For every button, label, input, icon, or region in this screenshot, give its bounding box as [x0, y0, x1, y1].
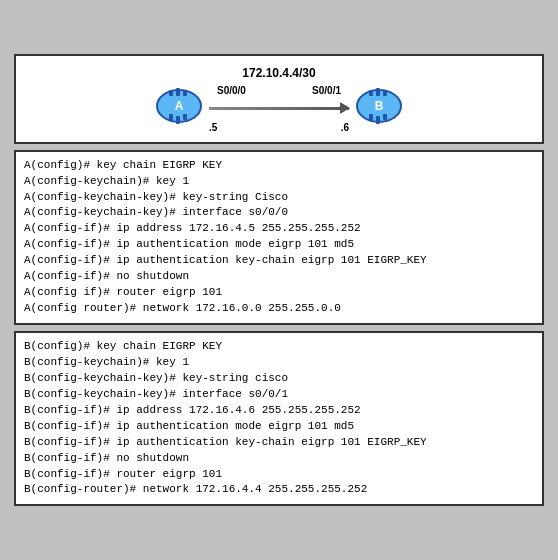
terminal-a-line: A(config-keychain)# key 1 — [24, 174, 534, 190]
terminal-a-line: A(config-if)# ip authentication mode eig… — [24, 237, 534, 253]
link-labels: S0/0/0 S0/0/1 — [209, 85, 349, 96]
diagram-box: 172.10.4.4/30 A — [14, 54, 544, 144]
link-line — [209, 107, 349, 110]
router-a-icon: A — [149, 84, 209, 134]
svg-rect-2 — [176, 88, 180, 96]
terminal-a-line: A(config-if)# no shutdown — [24, 269, 534, 285]
terminal-b-line: B(config-if)# no shutdown — [24, 451, 534, 467]
svg-rect-3 — [183, 90, 187, 96]
terminal-b-line: B(config-if)# ip address 172.16.4.6 255.… — [24, 403, 534, 419]
terminal-b-line: B(config)# key chain EIGRP KEY — [24, 339, 534, 355]
svg-rect-6 — [183, 114, 187, 120]
ip-sub-labels: .5 .6 — [209, 122, 349, 133]
terminal-a-line: A(config-keychain-key)# interface s0/0/0 — [24, 205, 534, 221]
svg-rect-4 — [169, 114, 173, 120]
ip-left-label: .5 — [209, 122, 217, 133]
terminal-b-line: B(config-keychain)# key 1 — [24, 355, 534, 371]
terminal-a-line: A(config-if)# ip address 172.16.4.5 255.… — [24, 221, 534, 237]
svg-rect-5 — [176, 116, 180, 124]
svg-rect-11 — [383, 90, 387, 96]
interface-left-label: S0/0/0 — [217, 85, 246, 96]
svg-rect-1 — [169, 90, 173, 96]
link-area: S0/0/0 S0/0/1 .5 .6 — [209, 85, 349, 133]
terminal-a-line: A(config router)# network 172.16.0.0 255… — [24, 301, 534, 317]
svg-text:B: B — [375, 99, 384, 113]
terminal-b-line: B(config-keychain-key)# key-string cisco — [24, 371, 534, 387]
terminal-a-line: A(config if)# router eigrp 101 — [24, 285, 534, 301]
terminal-a-box: A(config)# key chain EIGRP KEYA(config-k… — [14, 150, 544, 325]
router-b-svg: B — [350, 84, 408, 130]
terminal-b-line: B(config-if)# router eigrp 101 — [24, 467, 534, 483]
ip-right-label: .6 — [341, 122, 349, 133]
terminal-a-line: A(config-keychain-key)# key-string Cisco — [24, 190, 534, 206]
svg-rect-12 — [369, 114, 373, 120]
ip-range-label: 172.10.4.4/30 — [242, 66, 315, 80]
svg-text:A: A — [175, 99, 184, 113]
router-a-svg: A — [150, 84, 208, 130]
link-line-area — [209, 98, 349, 120]
main-container: 172.10.4.4/30 A — [14, 54, 544, 507]
terminal-a-line: A(config-if)# ip authentication key-chai… — [24, 253, 534, 269]
router-row: A S0/0/0 S0/0/1 .5 .6 — [149, 84, 409, 134]
terminal-b-line: B(config-keychain-key)# interface s0/0/1 — [24, 387, 534, 403]
interface-right-label: S0/0/1 — [312, 85, 341, 96]
terminal-b-line: B(config-if)# ip authentication mode eig… — [24, 419, 534, 435]
svg-rect-13 — [376, 116, 380, 124]
svg-rect-9 — [369, 90, 373, 96]
terminal-b-line: B(config-if)# ip authentication key-chai… — [24, 435, 534, 451]
terminal-b-box: B(config)# key chain EIGRP KEYB(config-k… — [14, 331, 544, 506]
router-b-icon: B — [349, 84, 409, 134]
terminal-b-line: B(config-router)# network 172.16.4.4 255… — [24, 482, 534, 498]
terminal-a-line: A(config)# key chain EIGRP KEY — [24, 158, 534, 174]
svg-rect-14 — [383, 114, 387, 120]
svg-rect-10 — [376, 88, 380, 96]
